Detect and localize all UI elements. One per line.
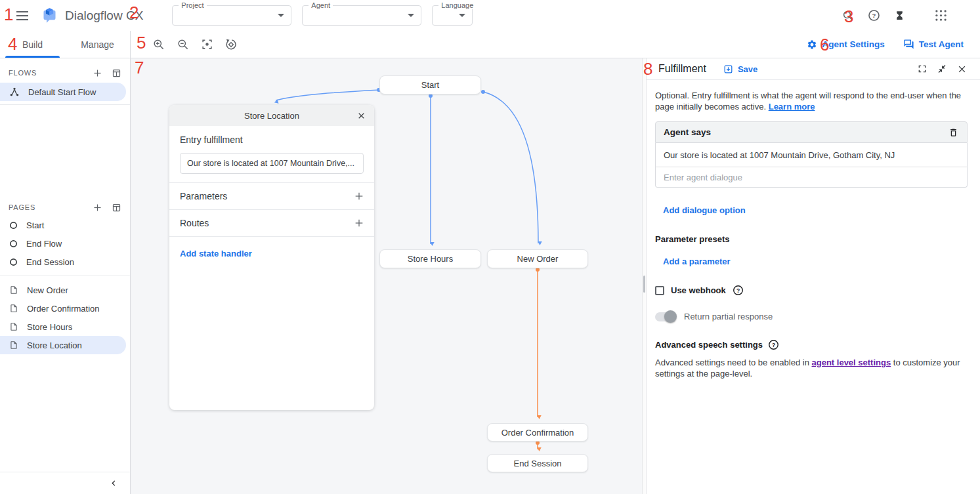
language-select[interactable]: Language (432, 5, 473, 26)
svg-text:?: ? (872, 12, 876, 19)
node-new-order[interactable]: New Order (487, 249, 588, 268)
environment-selectors: Project Agent Language (172, 5, 473, 26)
canvas-tools (131, 31, 239, 58)
node-label: Start (421, 80, 439, 90)
tab-build[interactable]: Build (0, 31, 65, 58)
page-item-label: New Order (27, 285, 68, 295)
zoom-out-icon[interactable] (175, 37, 190, 52)
parameter-presets-label: Parameter presets (655, 234, 968, 244)
add-route-icon[interactable] (353, 217, 365, 229)
chevron-down-icon (459, 14, 465, 17)
center-focus-icon[interactable] (199, 37, 215, 52)
sidebar-item-end-flow[interactable]: End Flow (0, 234, 126, 253)
reset-view-icon[interactable] (223, 37, 239, 52)
sidebar-item-start[interactable]: Start (0, 216, 126, 234)
entry-fulfillment-text: Our store is located at 1007 Mountain Dr… (187, 159, 354, 168)
sidebar-item-end-session[interactable]: End Session (0, 253, 126, 271)
svg-text:?: ? (772, 342, 775, 348)
top-app-bar: Dialogflow CX Project Agent Language ? (0, 0, 980, 31)
toggle-knob (664, 310, 677, 323)
routes-label: Routes (180, 218, 353, 228)
agent-select[interactable]: Agent (302, 5, 421, 26)
project-select[interactable]: Project (172, 5, 291, 26)
save-label: Save (738, 64, 757, 74)
use-webhook-label: Use webhook (671, 285, 726, 295)
tab-manage[interactable]: Manage (65, 31, 130, 58)
page-icon (9, 304, 18, 313)
close-panel-icon[interactable] (956, 64, 967, 74)
add-dialogue-option-link[interactable]: Add dialogue option (663, 205, 746, 215)
return-partial-response-label: Return partial response (684, 312, 773, 321)
add-flow-icon[interactable] (92, 68, 102, 78)
sidebar: FLOWS Default Start Flow PAGES (0, 58, 131, 494)
page-item-label: Store Location (27, 340, 82, 350)
panel-resize-handle[interactable] (642, 58, 647, 494)
chat-icon (903, 39, 914, 50)
flow-canvas[interactable]: Start Store Hours New Order Order Confir… (131, 58, 642, 494)
hourglass-icon[interactable] (891, 8, 907, 24)
circle-icon (9, 258, 18, 266)
agent-settings-label: Agent Settings (822, 39, 884, 49)
fullscreen-icon[interactable] (917, 64, 927, 74)
circle-icon (9, 221, 18, 230)
return-partial-response-toggle[interactable] (655, 312, 675, 321)
flows-list-view-icon[interactable] (111, 68, 121, 78)
agent-dialogue-entry[interactable]: Our store is located at 1007 Mountain Dr… (655, 143, 968, 167)
node-label: Store Hours (408, 254, 453, 264)
node-start[interactable]: Start (379, 75, 481, 94)
note-prefix: Advanced settings need to be enabled in (655, 358, 812, 367)
agent-says-header: Agent says (664, 127, 947, 137)
node-end-session[interactable]: End Session (487, 454, 588, 472)
learn-more-link[interactable]: Learn more (769, 102, 815, 112)
node-panel-title: Store Location (188, 111, 356, 121)
fulfillment-panel: Fulfillment Save Optional. Entry fulfill… (647, 58, 980, 494)
gear-icon (807, 39, 817, 50)
save-button[interactable]: Save (723, 64, 757, 74)
node-label: New Order (517, 254, 559, 264)
panel-title: Fulfillment (658, 63, 706, 75)
agent-level-settings-link[interactable]: agent level settings (812, 358, 891, 367)
add-page-icon[interactable] (92, 202, 102, 213)
search-icon[interactable] (840, 8, 856, 24)
sidebar-item-order-confirmation[interactable]: Order Confirmation (0, 299, 126, 318)
zoom-in-icon[interactable] (150, 37, 166, 52)
node-store-hours[interactable]: Store Hours (379, 249, 481, 268)
circle-icon (9, 239, 18, 248)
agent-settings-button[interactable]: Agent Settings (807, 39, 884, 50)
language-select-label: Language (438, 1, 476, 9)
node-panel-header: Store Location (169, 105, 374, 126)
add-parameter-icon[interactable] (353, 190, 365, 202)
sidebar-item-new-order[interactable]: New Order (0, 281, 126, 299)
sidebar-item-store-hours[interactable]: Store Hours (0, 318, 126, 336)
help-icon[interactable]: ? (866, 8, 882, 24)
resize-grip[interactable] (643, 276, 645, 293)
node-order-confirmation[interactable]: Order Confirmation (487, 423, 588, 442)
sidebar-item-default-start-flow[interactable]: Default Start Flow (0, 83, 126, 101)
add-state-handler-link[interactable]: Add state handler (180, 249, 252, 258)
entry-fulfillment-field[interactable]: Our store is located at 1007 Mountain Dr… (180, 153, 364, 174)
toolbar: Build Manage Agent Settings Test Agent (0, 31, 980, 58)
active-tab-underline (5, 56, 60, 58)
add-a-parameter-link[interactable]: Add a parameter (663, 257, 731, 266)
close-icon[interactable] (356, 110, 366, 121)
test-agent-button[interactable]: Test Agent (903, 39, 964, 50)
project-select-label: Project (179, 1, 206, 9)
help-circle-icon[interactable]: ? (768, 339, 779, 350)
pages-list-view-icon[interactable] (111, 202, 121, 213)
sidebar-item-store-location[interactable]: Store Location (0, 336, 126, 354)
flow-item-label: Default Start Flow (28, 87, 96, 97)
menu-icon[interactable] (14, 8, 30, 24)
page-item-label: End Session (26, 257, 74, 267)
agent-dialogue-input[interactable]: Enter agent dialogue (655, 167, 968, 188)
view-tabs: Build Manage (0, 31, 131, 58)
store-location-node-panel: Store Location Entry fulfillment Our sto… (169, 105, 374, 410)
use-webhook-checkbox[interactable] (655, 286, 664, 295)
delete-icon[interactable] (947, 127, 959, 138)
dialogflow-logo (41, 7, 58, 24)
collapse-panel-icon[interactable] (937, 64, 947, 74)
page-icon (9, 285, 18, 295)
collapse-sidebar-button[interactable] (106, 476, 121, 491)
help-circle-icon[interactable]: ? (733, 285, 744, 296)
parameters-label: Parameters (180, 191, 353, 201)
apps-grid-icon[interactable] (933, 8, 948, 24)
